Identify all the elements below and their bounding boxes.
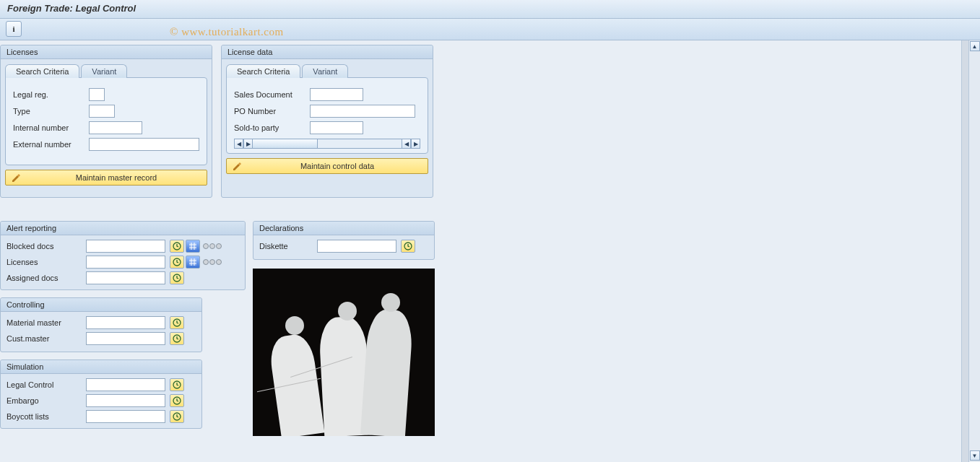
embargo-input[interactable]: [86, 394, 165, 407]
alv-button[interactable]: [186, 240, 200, 253]
execute-button[interactable]: [170, 332, 184, 345]
material-master-label: Material master: [6, 318, 86, 327]
po-number-label: PO Number: [234, 107, 310, 116]
blocked-docs-input[interactable]: [86, 240, 165, 253]
boycott-lists-input[interactable]: [86, 410, 165, 423]
license-data-tab-content: Sales Document PO Number Sold-to party ◀…: [226, 77, 428, 154]
scroll-right-outer-icon[interactable]: ▶: [411, 139, 420, 149]
internal-number-label: Internal number: [13, 123, 89, 132]
maintain-master-record-label: Maintain master record: [26, 173, 207, 182]
type-label: Type: [13, 107, 89, 116]
internal-number-input[interactable]: [89, 121, 142, 134]
alert-reporting-title: Alert reporting: [1, 222, 245, 235]
svg-rect-1: [189, 243, 196, 250]
execute-button[interactable]: [170, 240, 184, 253]
splitter-rail[interactable]: [961, 40, 968, 462]
watermark-text: © www.tutorialkart.com: [170, 26, 284, 38]
clock-icon: [173, 274, 181, 282]
maintain-control-data-button[interactable]: Maintain control data: [226, 158, 428, 174]
license-data-hscroll[interactable]: ◀ ▶ ◀ ▶: [234, 139, 420, 149]
clock-icon: [173, 396, 181, 405]
legal-reg-input[interactable]: [89, 88, 105, 101]
licenses-panel: Licenses Search Criteria Variant Legal r…: [0, 45, 212, 198]
tab-search-criteria[interactable]: Search Criteria: [5, 64, 79, 78]
pencil-icon: [6, 173, 26, 183]
external-number-input[interactable]: [89, 138, 199, 151]
alv-button[interactable]: [186, 256, 200, 269]
simulation-title: Simulation: [1, 360, 201, 374]
execute-button[interactable]: [170, 271, 184, 284]
application-toolbar: i: [0, 19, 980, 40]
controlling-panel: Controlling Material master Cust.master: [0, 297, 202, 352]
scroll-thumb[interactable]: [253, 139, 318, 148]
declarations-panel: Declarations Diskette: [253, 221, 435, 260]
scroll-right-inner-icon[interactable]: ◀: [402, 139, 411, 149]
traffic-light-icon: [203, 243, 222, 249]
execute-button[interactable]: [170, 394, 184, 407]
traffic-light-icon: [203, 259, 222, 265]
controlling-title: Controlling: [1, 298, 201, 312]
clock-icon: [173, 258, 181, 266]
license-data-title: License data: [222, 45, 433, 59]
scroll-left-outer-icon[interactable]: ◀: [234, 139, 243, 149]
vertical-scrollbar[interactable]: ▲ ▼: [968, 40, 980, 462]
maintain-master-record-button[interactable]: Maintain master record: [5, 170, 207, 186]
cust-master-input[interactable]: [86, 332, 165, 345]
sold-to-party-label: Sold-to party: [234, 123, 310, 132]
sold-to-party-input[interactable]: [310, 121, 363, 134]
clock-icon: [173, 318, 181, 327]
embargo-label: Embargo: [6, 396, 86, 405]
blocked-docs-label: Blocked docs: [6, 242, 86, 250]
diskette-label: Diskette: [259, 242, 317, 250]
execute-button[interactable]: [170, 378, 184, 391]
scroll-track[interactable]: [253, 139, 402, 149]
sales-document-label: Sales Document: [234, 90, 310, 99]
licenses-row-label: Licenses: [6, 258, 86, 266]
window-title: Foreign Trade: Legal Control: [0, 0, 980, 19]
grid-icon: [188, 242, 197, 250]
simulation-panel: Simulation Legal Control Embargo: [0, 359, 202, 429]
tab-variant-2[interactable]: Variant: [302, 64, 348, 78]
po-number-input[interactable]: [310, 105, 415, 118]
svg-rect-3: [189, 258, 196, 266]
diskette-input[interactable]: [317, 240, 396, 253]
licenses-row-input[interactable]: [86, 256, 165, 269]
external-number-label: External number: [13, 140, 89, 149]
scroll-down-icon[interactable]: ▼: [970, 450, 980, 461]
license-data-tabstrip: Search Criteria Variant Sales Document P…: [226, 64, 428, 154]
tab-search-criteria-2[interactable]: Search Criteria: [226, 64, 300, 78]
grid-icon: [188, 258, 197, 266]
execute-button[interactable]: [170, 256, 184, 269]
material-master-input[interactable]: [86, 316, 165, 329]
alert-reporting-panel: Alert reporting Blocked docs Licenses: [0, 221, 246, 290]
execute-button[interactable]: [401, 240, 415, 253]
legal-control-label: Legal Control: [6, 380, 86, 389]
assigned-docs-label: Assigned docs: [6, 274, 86, 282]
cust-master-label: Cust.master: [6, 334, 86, 343]
clock-icon: [173, 412, 181, 421]
boycott-lists-label: Boycott lists: [6, 412, 86, 421]
clock-icon: [173, 242, 181, 250]
client-area: Licenses Search Criteria Variant Legal r…: [0, 40, 980, 462]
licenses-tab-content: Legal reg. Type Internal number External…: [5, 77, 207, 165]
license-data-panel: License data Search Criteria Variant Sal…: [221, 45, 433, 198]
declarations-title: Declarations: [253, 222, 434, 235]
pencil-icon: [227, 161, 247, 171]
sales-document-input[interactable]: [310, 88, 363, 101]
scroll-up-icon[interactable]: ▲: [970, 41, 980, 51]
type-input[interactable]: [89, 105, 115, 118]
clock-icon: [404, 242, 412, 250]
info-button[interactable]: i: [6, 21, 22, 37]
assigned-docs-input[interactable]: [86, 271, 165, 284]
decorative-image: [253, 269, 435, 436]
execute-button[interactable]: [170, 410, 184, 423]
execute-button[interactable]: [170, 316, 184, 329]
licenses-tabstrip: Search Criteria Variant Legal reg. Type …: [5, 64, 207, 165]
licenses-title: Licenses: [1, 45, 212, 59]
tab-variant[interactable]: Variant: [81, 64, 127, 78]
legal-control-input[interactable]: [86, 378, 165, 391]
scroll-left-inner-icon[interactable]: ▶: [243, 139, 253, 149]
clock-icon: [173, 380, 181, 389]
info-icon: i: [12, 25, 14, 33]
clock-icon: [173, 334, 181, 343]
